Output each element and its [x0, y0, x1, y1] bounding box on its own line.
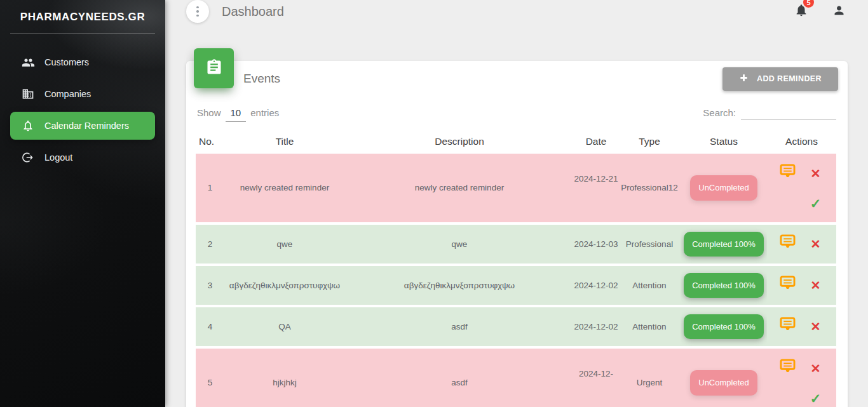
- complete-button[interactable]: ✓: [810, 392, 822, 405]
- companies-icon: [21, 87, 35, 101]
- cell-status: UnCompleted: [681, 154, 767, 222]
- column-header-title[interactable]: Title: [224, 132, 345, 151]
- entries-per-page-select[interactable]: 10: [226, 107, 247, 122]
- cell-title: αβγδεζηθικλμνξοπρστυφχψω: [224, 266, 345, 305]
- cell-title: newly created reminder: [224, 154, 345, 222]
- comment-button[interactable]: [780, 234, 796, 255]
- comment-icon: [780, 359, 796, 379]
- notification-count-badge: 5: [803, 0, 814, 8]
- cell-description: qwe: [345, 225, 574, 264]
- close-icon: ✕: [811, 362, 821, 375]
- notifications-button[interactable]: 5: [794, 3, 808, 20]
- comment-button[interactable]: [780, 276, 796, 296]
- table-controls: Show 10 entries Search:: [186, 97, 848, 122]
- cell-date: 2024-12-21: [574, 154, 618, 222]
- sidebar-item-label: Logout: [44, 152, 72, 163]
- close-icon: ✕: [811, 167, 821, 180]
- cell-date: 2024-12-02: [574, 266, 618, 305]
- user-icon: [832, 8, 846, 19]
- search-input[interactable]: [741, 107, 836, 120]
- complete-button[interactable]: ✓: [810, 197, 822, 210]
- cell-date: 2024-12-: [574, 349, 618, 407]
- main-area: Dashboard 5 Events: [165, 0, 868, 407]
- sidebar-item-label: Companies: [44, 89, 91, 99]
- table-row: 2 qwe qwe 2024-12-03 Professional Comple…: [196, 225, 836, 264]
- comment-button[interactable]: [780, 317, 796, 337]
- column-header-type[interactable]: Type: [618, 132, 681, 151]
- cell-no: 4: [196, 307, 224, 346]
- cell-no: 2: [196, 225, 224, 264]
- add-reminder-button[interactable]: ADD REMINDER: [722, 67, 838, 91]
- close-icon: ✕: [811, 320, 821, 333]
- status-badge: Completed 100%: [684, 314, 764, 340]
- cell-no: 1: [196, 154, 224, 222]
- table-header-row: No. Title Description Date Type Status A…: [196, 132, 836, 151]
- table-row: 5 hjkjhkj asdf 2024-12- Urgent UnComplet…: [196, 349, 836, 407]
- cell-date: 2024-12-02: [574, 307, 618, 346]
- delete-button[interactable]: ✕: [811, 279, 821, 291]
- status-badge: Completed 100%: [684, 273, 764, 298]
- status-badge: UnCompleted: [690, 175, 757, 201]
- table-row: 4 QA asdf 2024-12-02 Attention Completed…: [196, 307, 836, 346]
- sidebar-item-calendar-reminders[interactable]: Calendar Reminders: [10, 112, 155, 140]
- events-table: No. Title Description Date Type Status A…: [196, 130, 836, 407]
- comment-icon: [780, 317, 796, 337]
- events-table-wrap: No. Title Description Date Type Status A…: [186, 122, 848, 407]
- cell-title: hjkjhkj: [224, 349, 345, 407]
- customers-icon: [21, 55, 35, 69]
- bell-icon: [794, 8, 808, 19]
- check-icon: ✓: [810, 391, 822, 406]
- card-icon-tile: [194, 48, 234, 88]
- comment-button[interactable]: [780, 164, 796, 184]
- content: Events ADD REMINDER Show 10 entries Sear…: [165, 23, 868, 407]
- comment-button[interactable]: [780, 359, 796, 379]
- clipboard-icon: [205, 58, 223, 79]
- cell-type: Professional: [618, 225, 681, 264]
- show-label: Show: [197, 107, 221, 118]
- cell-type: Professional12: [618, 154, 681, 222]
- add-reminder-label: ADD REMINDER: [757, 74, 822, 83]
- table-row: 1 newly created reminder newly created r…: [196, 154, 836, 222]
- brand-logo: PHARMACYNEEDS.GR: [0, 0, 165, 33]
- delete-button[interactable]: ✕: [811, 238, 821, 250]
- cell-status: UnCompleted: [681, 349, 767, 407]
- card-header: Events ADD REMINDER: [186, 61, 848, 97]
- search-label: Search:: [703, 107, 736, 118]
- status-badge: Completed 100%: [684, 232, 764, 257]
- cell-status: Completed 100%: [681, 225, 767, 264]
- cell-type: Attention: [618, 307, 681, 346]
- page-length-control: Show 10 entries: [197, 107, 279, 122]
- column-header-actions[interactable]: Actions: [767, 132, 836, 151]
- comment-icon: [780, 164, 796, 184]
- sidebar-item-companies[interactable]: Companies: [10, 80, 155, 108]
- cell-actions: ✕ ✓: [767, 349, 836, 407]
- cell-status: Completed 100%: [681, 307, 767, 346]
- column-header-description[interactable]: Description: [345, 132, 574, 151]
- close-icon: ✕: [811, 279, 821, 292]
- column-header-no[interactable]: No.: [196, 132, 224, 151]
- entries-label: entries: [250, 107, 279, 118]
- comment-icon: [780, 276, 796, 296]
- kebab-menu-icon: [196, 6, 199, 17]
- delete-button[interactable]: ✕: [811, 363, 821, 375]
- cell-no: 5: [196, 349, 224, 407]
- sidebar-nav: Customers Companies Calendar Reminders L…: [0, 34, 165, 171]
- user-menu-button[interactable]: [832, 4, 846, 20]
- delete-button[interactable]: ✕: [811, 321, 821, 333]
- status-badge: UnCompleted: [690, 370, 757, 396]
- cell-description: asdf: [345, 349, 574, 407]
- column-header-date[interactable]: Date: [574, 132, 618, 151]
- column-header-status[interactable]: Status: [681, 132, 767, 151]
- cell-title: QA: [224, 307, 345, 346]
- check-icon: ✓: [810, 196, 822, 211]
- delete-button[interactable]: ✕: [811, 168, 821, 180]
- cell-type: Attention: [618, 266, 681, 305]
- sidebar-toggle-button[interactable]: [186, 0, 209, 23]
- sidebar-item-label: Calendar Reminders: [44, 121, 129, 131]
- cell-title: qwe: [224, 225, 345, 264]
- events-card: Events ADD REMINDER Show 10 entries Sear…: [186, 61, 848, 407]
- cell-actions: ✕ ✓: [767, 154, 836, 222]
- sidebar-item-customers[interactable]: Customers: [10, 48, 155, 76]
- sidebar-item-logout[interactable]: Logout: [10, 143, 155, 171]
- cell-no: 3: [196, 266, 224, 305]
